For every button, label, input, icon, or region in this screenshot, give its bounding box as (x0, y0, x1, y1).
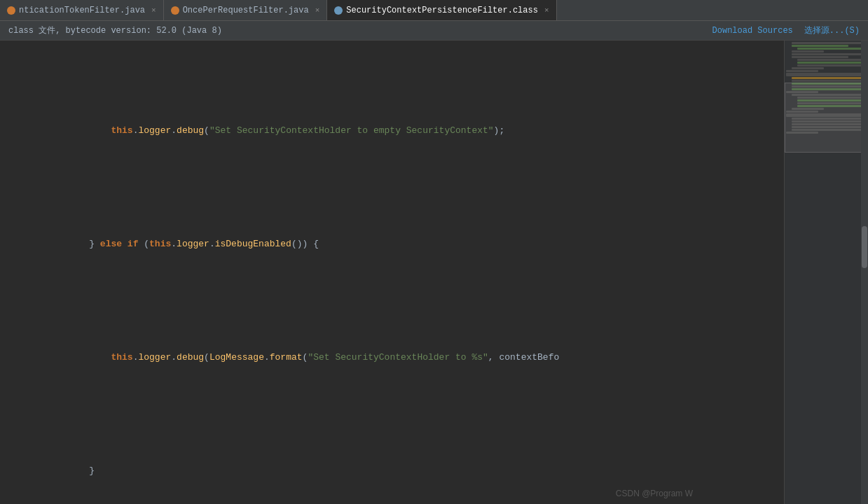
code-content: this.logger.debug("Set SecurityContextHo… (0, 41, 784, 504)
watermark: CSDN @Program W (616, 489, 693, 498)
code-line: this.logger.debug("Set SecurityContextHo… (0, 102, 784, 154)
tab-label-3: SecurityContextPersistenceFilter.class (346, 6, 538, 15)
choose-source-btn[interactable]: 选择源...(S) (804, 24, 860, 36)
tab-once-per-request-filter[interactable]: OncePerRequestFilter.java × (164, 0, 328, 21)
file-info-bar: class 文件, bytecode version: 52.0 (Java 8… (0, 21, 868, 41)
scrollbar-track (861, 41, 868, 504)
tab-close-btn[interactable]: × (151, 6, 156, 15)
java-file-icon (7, 6, 15, 15)
scrollbar-thumb[interactable] (862, 226, 867, 268)
code-line: } (0, 442, 784, 494)
tab-authentication-token-filter[interactable]: nticationTokenFilter.java × (0, 0, 164, 21)
tab-close-btn-2[interactable]: × (315, 6, 320, 15)
download-sources-btn[interactable]: Download Sources (712, 26, 793, 36)
tab-security-context-persistence-filter[interactable]: SecurityContextPersistenceFilter.class × (327, 0, 556, 21)
class-file-icon (334, 6, 343, 15)
main-area: this.logger.debug("Set SecurityContextHo… (0, 41, 868, 504)
minimap-viewport[interactable] (785, 83, 868, 153)
code-line: this.logger.debug(LogMessage.format("Set… (0, 329, 784, 381)
file-info-actions: Download Sources 选择源...(S) (712, 24, 860, 36)
java-file-icon-2 (171, 6, 179, 15)
minimap (784, 41, 868, 504)
tab-label-2: OncePerRequestFilter.java (183, 6, 309, 15)
tab-label: nticationTokenFilter.java (19, 6, 145, 15)
code-line: } else if (this.logger.isDebugEnabled())… (0, 216, 784, 267)
file-info-text: class 文件, bytecode version: 52.0 (Java 8… (8, 24, 222, 36)
tab-bar: nticationTokenFilter.java × OncePerReque… (0, 0, 868, 21)
tab-close-btn-3[interactable]: × (544, 6, 549, 15)
code-editor[interactable]: this.logger.debug("Set SecurityContextHo… (0, 41, 784, 504)
